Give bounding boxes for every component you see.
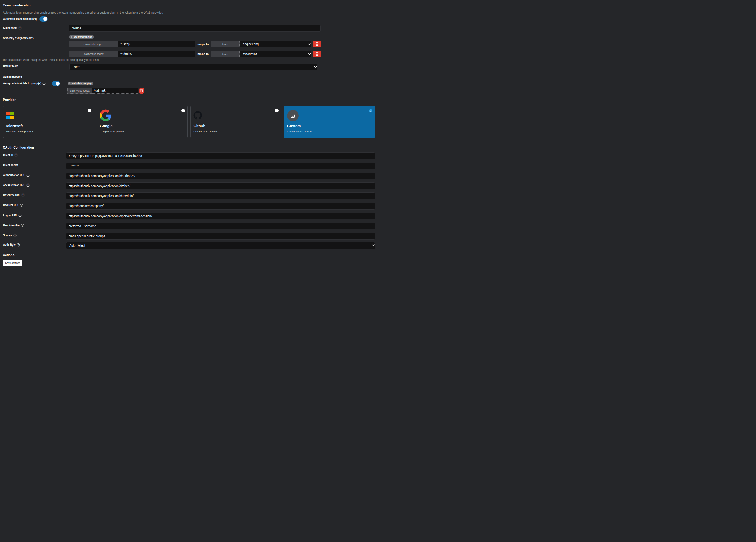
svg-text:?: ? xyxy=(15,154,17,156)
svg-text:?: ? xyxy=(43,82,45,84)
svg-text:?: ? xyxy=(22,224,23,226)
svg-text:?: ? xyxy=(22,194,24,196)
svg-text:?: ? xyxy=(27,184,29,186)
svg-text:?: ? xyxy=(18,244,19,246)
svg-text:?: ? xyxy=(21,204,22,206)
svg-text:?: ? xyxy=(14,234,16,236)
svg-text:?: ? xyxy=(27,174,29,176)
svg-text:?: ? xyxy=(19,214,21,216)
svg-text:?: ? xyxy=(19,27,21,29)
